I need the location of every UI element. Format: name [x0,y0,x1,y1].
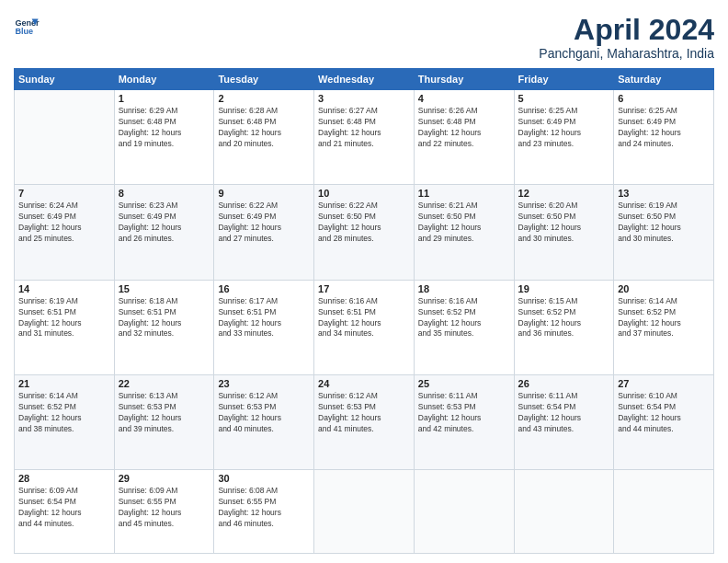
day-info: Sunrise: 6:09 AM Sunset: 6:55 PM Dayligh… [119,486,210,530]
calendar-cell: 13Sunrise: 6:19 AM Sunset: 6:50 PM Dayli… [614,185,714,280]
day-info: Sunrise: 6:25 AM Sunset: 6:49 PM Dayligh… [518,106,610,150]
calendar-cell [314,470,415,554]
page-header: General Blue April 2024 Panchgani, Mahar… [14,14,714,61]
calendar-cell: 22Sunrise: 6:13 AM Sunset: 6:53 PM Dayli… [114,375,214,470]
calendar-cell: 1Sunrise: 6:29 AM Sunset: 6:48 PM Daylig… [114,90,214,185]
day-number: 27 [618,378,710,389]
day-info: Sunrise: 6:09 AM Sunset: 6:54 PM Dayligh… [18,486,110,530]
day-info: Sunrise: 6:17 AM Sunset: 6:51 PM Dayligh… [218,296,310,340]
title-block: April 2024 Panchgani, Maharashtra, India [539,14,714,61]
day-number: 22 [119,378,210,389]
day-number: 12 [518,188,610,199]
day-number: 18 [418,283,510,294]
calendar-cell: 3Sunrise: 6:27 AM Sunset: 6:48 PM Daylig… [314,90,415,185]
calendar-cell: 24Sunrise: 6:12 AM Sunset: 6:53 PM Dayli… [314,375,415,470]
day-number: 15 [119,283,210,294]
day-number: 14 [18,283,110,294]
calendar-cell: 6Sunrise: 6:25 AM Sunset: 6:49 PM Daylig… [614,90,714,185]
day-info: Sunrise: 6:15 AM Sunset: 6:52 PM Dayligh… [518,296,610,340]
day-info: Sunrise: 6:16 AM Sunset: 6:51 PM Dayligh… [318,296,410,340]
calendar-cell: 10Sunrise: 6:22 AM Sunset: 6:50 PM Dayli… [314,185,415,280]
logo: General Blue [14,14,40,40]
calendar-day-header: Tuesday [214,69,314,90]
calendar-cell: 30Sunrise: 6:08 AM Sunset: 6:55 PM Dayli… [214,470,314,554]
day-number: 3 [318,93,410,104]
day-number: 9 [218,188,310,199]
day-info: Sunrise: 6:13 AM Sunset: 6:53 PM Dayligh… [119,391,210,435]
calendar-day-header: Sunday [15,69,115,90]
calendar-cell: 18Sunrise: 6:16 AM Sunset: 6:52 PM Dayli… [414,280,514,374]
location-subtitle: Panchgani, Maharashtra, India [539,46,714,61]
calendar-cell: 20Sunrise: 6:14 AM Sunset: 6:52 PM Dayli… [614,280,714,374]
day-number: 5 [518,93,610,104]
calendar-cell: 5Sunrise: 6:25 AM Sunset: 6:49 PM Daylig… [514,90,614,185]
day-number: 24 [318,378,410,389]
day-info: Sunrise: 6:11 AM Sunset: 6:54 PM Dayligh… [518,391,610,435]
calendar-cell: 2Sunrise: 6:28 AM Sunset: 6:48 PM Daylig… [214,90,314,185]
day-info: Sunrise: 6:19 AM Sunset: 6:51 PM Dayligh… [18,296,110,340]
calendar-cell: 16Sunrise: 6:17 AM Sunset: 6:51 PM Dayli… [214,280,314,374]
day-info: Sunrise: 6:20 AM Sunset: 6:50 PM Dayligh… [518,201,610,245]
day-number: 4 [418,93,510,104]
calendar-cell: 14Sunrise: 6:19 AM Sunset: 6:51 PM Dayli… [15,280,115,374]
day-info: Sunrise: 6:22 AM Sunset: 6:50 PM Dayligh… [318,201,410,245]
day-number: 19 [518,283,610,294]
calendar-table: SundayMondayTuesdayWednesdayThursdayFrid… [14,68,714,554]
calendar-day-header: Friday [514,69,614,90]
calendar-cell: 23Sunrise: 6:12 AM Sunset: 6:53 PM Dayli… [214,375,314,470]
calendar-day-header: Thursday [414,69,514,90]
calendar-cell: 19Sunrise: 6:15 AM Sunset: 6:52 PM Dayli… [514,280,614,374]
calendar-cell [15,90,115,185]
day-number: 11 [418,188,510,199]
day-info: Sunrise: 6:29 AM Sunset: 6:48 PM Dayligh… [119,106,210,150]
day-number: 16 [218,283,310,294]
logo-icon: General Blue [14,14,40,40]
day-number: 1 [119,93,210,104]
day-info: Sunrise: 6:26 AM Sunset: 6:48 PM Dayligh… [418,106,510,150]
day-number: 13 [618,188,710,199]
calendar-cell: 9Sunrise: 6:22 AM Sunset: 6:49 PM Daylig… [214,185,314,280]
day-number: 25 [418,378,510,389]
day-number: 17 [318,283,410,294]
day-number: 28 [18,473,110,484]
calendar-cell: 21Sunrise: 6:14 AM Sunset: 6:52 PM Dayli… [15,375,115,470]
calendar-cell [414,470,514,554]
calendar-cell: 8Sunrise: 6:23 AM Sunset: 6:49 PM Daylig… [114,185,214,280]
day-info: Sunrise: 6:14 AM Sunset: 6:52 PM Dayligh… [618,296,710,340]
day-info: Sunrise: 6:12 AM Sunset: 6:53 PM Dayligh… [318,391,410,435]
day-info: Sunrise: 6:22 AM Sunset: 6:49 PM Dayligh… [218,201,310,245]
calendar-cell: 17Sunrise: 6:16 AM Sunset: 6:51 PM Dayli… [314,280,415,374]
day-info: Sunrise: 6:10 AM Sunset: 6:54 PM Dayligh… [618,391,710,435]
day-number: 20 [618,283,710,294]
calendar-day-header: Saturday [614,69,714,90]
day-number: 2 [218,93,310,104]
calendar-day-header: Wednesday [314,69,415,90]
day-info: Sunrise: 6:23 AM Sunset: 6:49 PM Dayligh… [119,201,210,245]
day-info: Sunrise: 6:25 AM Sunset: 6:49 PM Dayligh… [618,106,710,150]
day-info: Sunrise: 6:19 AM Sunset: 6:50 PM Dayligh… [618,201,710,245]
day-info: Sunrise: 6:28 AM Sunset: 6:48 PM Dayligh… [218,106,310,150]
calendar-cell: 11Sunrise: 6:21 AM Sunset: 6:50 PM Dayli… [414,185,514,280]
calendar-cell: 7Sunrise: 6:24 AM Sunset: 6:49 PM Daylig… [15,185,115,280]
calendar-day-header: Monday [114,69,214,90]
day-info: Sunrise: 6:14 AM Sunset: 6:52 PM Dayligh… [18,391,110,435]
day-info: Sunrise: 6:08 AM Sunset: 6:55 PM Dayligh… [218,486,310,530]
calendar-cell: 27Sunrise: 6:10 AM Sunset: 6:54 PM Dayli… [614,375,714,470]
day-info: Sunrise: 6:12 AM Sunset: 6:53 PM Dayligh… [218,391,310,435]
day-info: Sunrise: 6:21 AM Sunset: 6:50 PM Dayligh… [418,201,510,245]
day-number: 6 [618,93,710,104]
day-number: 23 [218,378,310,389]
calendar-cell [514,470,614,554]
day-info: Sunrise: 6:11 AM Sunset: 6:53 PM Dayligh… [418,391,510,435]
calendar-cell: 29Sunrise: 6:09 AM Sunset: 6:55 PM Dayli… [114,470,214,554]
day-info: Sunrise: 6:24 AM Sunset: 6:49 PM Dayligh… [18,201,110,245]
day-number: 26 [518,378,610,389]
day-number: 29 [119,473,210,484]
calendar-cell: 26Sunrise: 6:11 AM Sunset: 6:54 PM Dayli… [514,375,614,470]
calendar-cell [614,470,714,554]
day-number: 7 [18,188,110,199]
calendar-cell: 28Sunrise: 6:09 AM Sunset: 6:54 PM Dayli… [15,470,115,554]
day-info: Sunrise: 6:16 AM Sunset: 6:52 PM Dayligh… [418,296,510,340]
svg-text:Blue: Blue [15,27,33,36]
day-number: 21 [18,378,110,389]
